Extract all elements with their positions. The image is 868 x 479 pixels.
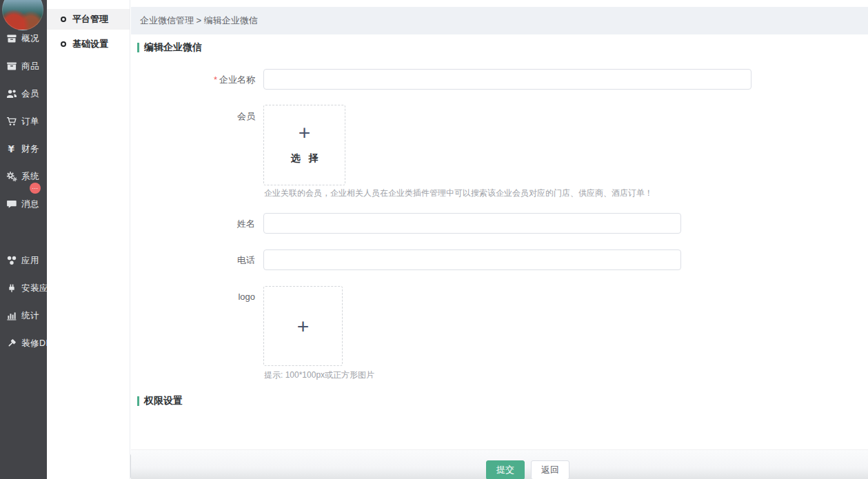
finance-icon: ¥ bbox=[6, 143, 17, 154]
orders-icon bbox=[6, 116, 17, 127]
breadcrumb-bar: 企业微信管理 > 编辑企业微信 bbox=[131, 7, 868, 34]
submenu-sidebar: 平台管理 基础设置 bbox=[47, 0, 130, 479]
sidebar-group-tools: 应用 安装应用 统计 装修DIY bbox=[0, 247, 47, 357]
sidebar-item-label: 订单 bbox=[21, 116, 39, 128]
person-name-input[interactable] bbox=[263, 213, 681, 234]
plus-icon: + bbox=[264, 123, 345, 143]
sidebar-item-label: 财务 bbox=[21, 143, 39, 155]
form-footer: 提交 返回 bbox=[131, 449, 868, 479]
overview-icon bbox=[6, 33, 17, 44]
sidebar-item-label: 统计 bbox=[21, 310, 39, 322]
sidebar-item-orders[interactable]: 订单 bbox=[0, 108, 47, 135]
green-bar-icon bbox=[137, 396, 139, 406]
company-name-label: *企业名称 bbox=[172, 74, 255, 85]
submenu-item-label: 基础设置 bbox=[72, 38, 108, 50]
section-title-permissions: 权限设置 bbox=[137, 395, 183, 407]
sidebar-item-messages[interactable]: 消息 bbox=[0, 190, 47, 218]
person-name-label: 姓名 bbox=[172, 218, 255, 229]
sidebar-item-finance[interactable]: ¥ 财务 bbox=[0, 135, 47, 163]
sidebar-item-label: 应用 bbox=[21, 255, 39, 267]
sidebar-item-members[interactable]: 会员 bbox=[0, 80, 47, 108]
submenu-item-platform[interactable]: 平台管理 bbox=[47, 9, 130, 30]
message-icon bbox=[6, 198, 17, 210]
member-hint: 企业关联的会员，企业相关人员在企业类插件管理中可以搜索该企业会员对应的门店、供应… bbox=[264, 187, 653, 199]
sidebar-item-decoration-diy[interactable]: 装修DIY bbox=[0, 329, 47, 357]
green-bar-icon bbox=[137, 43, 139, 52]
section-title-edit: 编辑企业微信 bbox=[137, 41, 202, 54]
required-asterisk: * bbox=[214, 74, 217, 85]
submenu-item-label: 平台管理 bbox=[72, 13, 108, 26]
submenu-item-basic-settings[interactable]: 基础设置 bbox=[47, 34, 130, 54]
member-select-box[interactable]: + 选 择 bbox=[263, 105, 345, 185]
logo-hint: 提示: 100*100px或正方形图片 bbox=[264, 369, 374, 381]
main-content: 企业微信管理 > 编辑企业微信 编辑企业微信 *企业名称 会员 + 选 择 企业… bbox=[131, 0, 868, 479]
sidebar-item-label: 会员 bbox=[21, 88, 39, 100]
diy-icon bbox=[6, 338, 17, 349]
submit-button[interactable]: 提交 bbox=[486, 460, 525, 479]
stats-icon bbox=[6, 310, 17, 321]
members-icon bbox=[6, 88, 17, 99]
sidebar-item-goods[interactable]: 商品 bbox=[0, 52, 47, 80]
app-window: 概况 商品 会员 订单 ¥ 财务 系统 bbox=[0, 0, 868, 479]
sidebar-item-overview[interactable]: 概况 bbox=[0, 25, 47, 52]
sidebar-item-apps[interactable]: 应用 bbox=[0, 247, 47, 274]
logo-upload-box[interactable]: + bbox=[263, 286, 343, 366]
sidebar-item-label: 消息 bbox=[21, 198, 39, 210]
phone-label: 电话 bbox=[172, 255, 255, 265]
company-name-input[interactable] bbox=[263, 69, 751, 90]
sidebar-item-label: 商品 bbox=[21, 61, 39, 72]
svg-text:¥: ¥ bbox=[8, 143, 15, 154]
breadcrumb[interactable]: 企业微信管理 > 编辑企业微信 bbox=[140, 7, 258, 34]
sidebar-item-label: 概况 bbox=[21, 33, 39, 45]
goods-icon bbox=[6, 61, 17, 72]
phone-input[interactable] bbox=[263, 249, 681, 270]
member-choose-button[interactable]: 选 择 bbox=[264, 152, 345, 165]
member-label: 会员 bbox=[172, 111, 255, 121]
radio-circle-icon bbox=[61, 41, 66, 47]
sidebar-item-statistics[interactable]: 统计 bbox=[0, 302, 47, 329]
message-badge: ... bbox=[30, 183, 41, 194]
system-icon bbox=[6, 171, 17, 182]
sidebar-item-install-apps[interactable]: 安装应用 bbox=[0, 274, 47, 302]
install-icon bbox=[6, 283, 17, 294]
apps-icon bbox=[6, 255, 17, 266]
plus-icon: + bbox=[264, 316, 342, 337]
primary-sidebar: 概况 商品 会员 订单 ¥ 财务 系统 bbox=[0, 0, 47, 479]
radio-circle-icon bbox=[61, 17, 66, 22]
logo-label: logo bbox=[172, 292, 255, 302]
sidebar-item-label: 系统 bbox=[21, 171, 39, 183]
back-button[interactable]: 返回 bbox=[531, 460, 569, 479]
